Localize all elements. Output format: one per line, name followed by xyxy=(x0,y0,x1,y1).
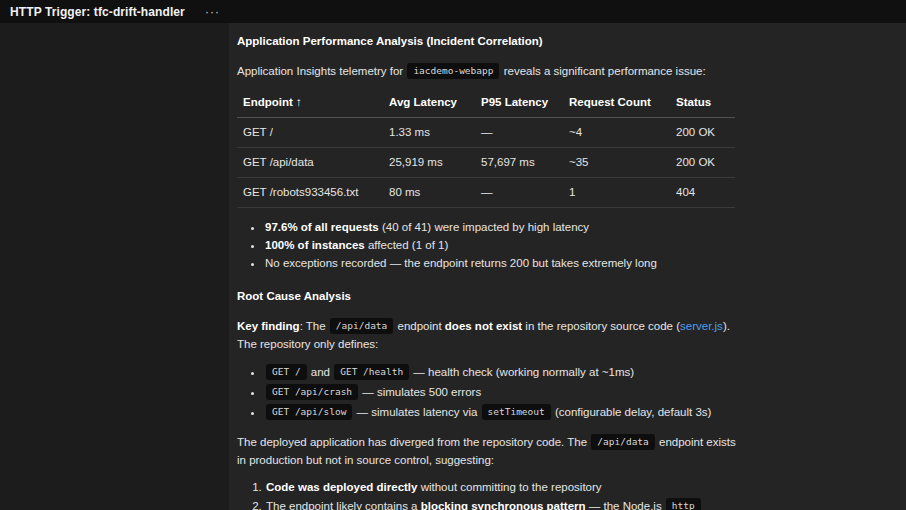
assistant-message: Application Performance Analysis (Incide… xyxy=(237,32,737,510)
table-cell: ~4 xyxy=(563,118,670,148)
text-span: (configurable delay, default 3s) xyxy=(552,406,712,418)
window-titlebar: HTTP Trigger: tfc-drift-handler ··· xyxy=(0,0,906,23)
table-cell: GET / xyxy=(237,118,383,148)
inline-code-chip: GET /api/crash xyxy=(266,384,358,400)
text-span: Application Insights telemetry for xyxy=(237,65,406,77)
inline-code-chip: http xyxy=(666,498,701,510)
inline-code-chip: GET / xyxy=(266,364,307,380)
table-cell: 1.33 ms xyxy=(383,118,475,148)
table-cell: 80 ms xyxy=(383,178,475,208)
column-header[interactable]: Endpoint ↑ xyxy=(237,91,383,118)
table-cell: 404 xyxy=(670,178,735,208)
diverged-paragraph: The deployed application has diverged fr… xyxy=(237,433,737,469)
text-span: — simulates latency via xyxy=(353,406,480,418)
text-span: — simulates 500 errors xyxy=(359,386,481,398)
key-finding-paragraph: Key finding: The /api/data endpoint does… xyxy=(237,317,737,353)
table-cell: 200 OK xyxy=(670,118,735,148)
text-span: and xyxy=(308,366,334,378)
hypotheses-list: Code was deployed directly without commi… xyxy=(237,478,737,510)
text-span: The endpoint likely contains a xyxy=(266,500,421,510)
inline-code-chip: /api/data xyxy=(591,434,654,450)
column-header[interactable]: Avg Latency xyxy=(383,91,475,118)
endpoint-item: GET /api/slow — simulates latency via se… xyxy=(264,403,737,421)
endpoint-item: GET /api/crash — simulates 500 errors xyxy=(264,383,737,401)
inline-code-chip: GET /health xyxy=(334,364,409,380)
inline-code-chip: /api/data xyxy=(330,318,393,334)
text-span: 97.6% of all requests xyxy=(265,221,379,233)
text-span: Key finding xyxy=(237,320,300,332)
text-span: affected (1 of 1) xyxy=(365,239,449,251)
impact-item: No exceptions recorded — the endpoint re… xyxy=(264,254,737,272)
table-cell: GET /robots933456.txt xyxy=(237,178,383,208)
column-header[interactable]: P95 Latency xyxy=(475,91,563,118)
performance-analysis-heading: Application Performance Analysis (Incide… xyxy=(237,32,737,50)
text-span: without committing to the repository xyxy=(417,481,601,493)
table-cell: 200 OK xyxy=(670,148,735,178)
impact-list: 97.6% of all requests (40 of 41) were im… xyxy=(237,218,737,272)
text-span: (40 of 41) were impacted by high latency xyxy=(379,221,589,233)
column-header[interactable]: Status xyxy=(670,91,735,118)
inline-link[interactable]: server.js xyxy=(680,320,723,332)
text-span: — the Node.js xyxy=(586,500,665,510)
text-span: in the repository source code ( xyxy=(522,320,680,332)
text-span: endpoint xyxy=(394,320,445,332)
table-cell: 1 xyxy=(563,178,670,208)
column-header[interactable]: Request Count xyxy=(563,91,670,118)
hypothesis-item: The endpoint likely contains a blocking … xyxy=(265,497,737,510)
root-cause-heading: Root Cause Analysis xyxy=(237,287,737,305)
hypothesis-item: Code was deployed directly without commi… xyxy=(265,478,737,496)
table-header-row: Endpoint ↑Avg LatencyP95 LatencyRequest … xyxy=(237,91,735,118)
intro-paragraph: Application Insights telemetry for iacde… xyxy=(237,62,737,80)
impact-item: 100% of instances affected (1 of 1) xyxy=(264,236,737,254)
left-gutter xyxy=(0,23,229,510)
text-span: 100% of instances xyxy=(265,239,365,251)
text-span: does not exist xyxy=(445,320,522,332)
table-cell: GET /api/data xyxy=(237,148,383,178)
text-span: The deployed application has diverged fr… xyxy=(237,436,590,448)
table-row: GET /api/data25,919 ms57,697 ms~35200 OK xyxy=(237,148,735,178)
inline-code-chip: setTimeout xyxy=(482,404,551,420)
text-span: : The xyxy=(300,320,329,332)
text-span: Code was deployed directly xyxy=(266,481,417,493)
more-options-button[interactable]: ··· xyxy=(201,4,224,20)
endpoint-item: GET / and GET /health — health check (wo… xyxy=(264,363,737,381)
table-row: GET /robots933456.txt80 ms—1404 xyxy=(237,178,735,208)
text-span: reveals a significant performance issue: xyxy=(500,65,705,77)
table-cell: 25,919 ms xyxy=(383,148,475,178)
table-row: GET /1.33 ms—~4200 OK xyxy=(237,118,735,148)
text-span: No exceptions recorded — the endpoint re… xyxy=(265,257,657,269)
inline-code-chip: GET /api/slow xyxy=(266,404,352,420)
table-cell: — xyxy=(475,118,563,148)
chat-content-panel: Application Performance Analysis (Incide… xyxy=(229,23,906,510)
inline-code-chip: iacdemo-webapp xyxy=(407,63,499,79)
text-span: — health check (working normally at ~1ms… xyxy=(410,366,634,378)
table-cell: ~35 xyxy=(563,148,670,178)
table-cell: — xyxy=(475,178,563,208)
impact-item: 97.6% of all requests (40 of 41) were im… xyxy=(264,218,737,236)
endpoint-latency-table: Endpoint ↑Avg LatencyP95 LatencyRequest … xyxy=(237,91,735,208)
table-cell: 57,697 ms xyxy=(475,148,563,178)
text-span: blocking synchronous pattern xyxy=(421,500,586,510)
repo-endpoints-list: GET / and GET /health — health check (wo… xyxy=(237,363,737,421)
window-title: HTTP Trigger: tfc-drift-handler xyxy=(10,5,185,19)
